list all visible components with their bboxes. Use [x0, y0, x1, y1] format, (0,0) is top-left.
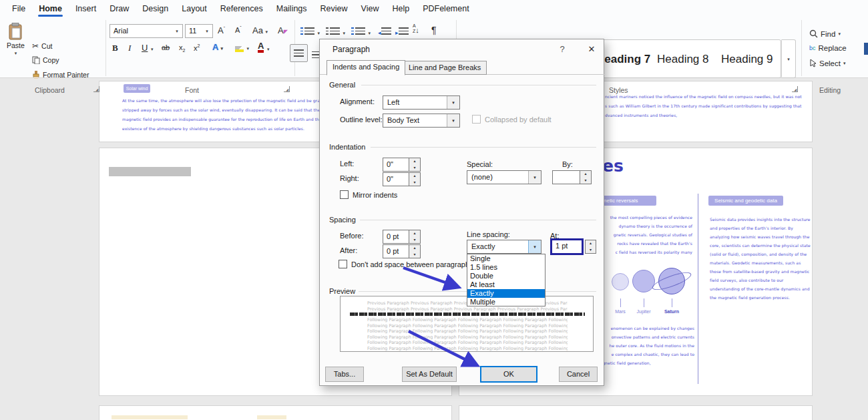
font-family-combobox[interactable]: Arial ▾ — [110, 24, 183, 38]
italic-button[interactable]: I — [128, 43, 131, 53]
find-button[interactable]: Find ▾ — [809, 29, 841, 38]
pilcrow-button[interactable]: ¶ — [431, 25, 437, 35]
grow-font-button[interactable]: Aˆ — [218, 25, 225, 35]
text-effects-button[interactable]: A ▾ — [212, 42, 223, 52]
cut-button[interactable]: ✂ Cut — [32, 41, 52, 51]
line-spacing-select[interactable]: Exactly ▾ — [467, 240, 541, 254]
close-icon[interactable]: ✕ — [582, 42, 602, 57]
paste-button[interactable]: Paste ▾ — [7, 23, 25, 56]
menu-draw[interactable]: Draw — [103, 1, 136, 16]
tab-line-and-page-breaks[interactable]: Line and Page Breaks — [403, 61, 487, 75]
mirror-indents-checkbox[interactable] — [340, 190, 349, 199]
styles-dialog-launcher-icon[interactable] — [792, 86, 798, 92]
numbered-list-button[interactable]: ▾ — [326, 25, 345, 37]
menu-help[interactable]: Help — [385, 1, 416, 16]
subscript-button[interactable]: x2 — [179, 43, 185, 53]
before-field[interactable]: 0 pt — [383, 230, 409, 244]
change-case-button[interactable]: Aa ▾ — [252, 25, 268, 35]
indent-right-field[interactable]: 0" — [383, 172, 409, 186]
menu-design[interactable]: Design — [136, 1, 175, 16]
by-field[interactable] — [552, 170, 580, 184]
spin-down-icon[interactable]: ▾ — [409, 252, 420, 258]
style-heading7[interactable]: Heading 7 — [596, 53, 650, 66]
menu-file[interactable]: File — [5, 1, 32, 16]
before-spinner[interactable]: ▴▾ — [409, 230, 421, 244]
menu-home[interactable]: Home — [32, 1, 69, 16]
option-single[interactable]: Single — [467, 254, 545, 263]
clipboard-dialog-launcher-icon[interactable] — [93, 86, 99, 92]
bullet-list-button[interactable]: ▾ — [300, 25, 320, 37]
option-15-lines[interactable]: 1.5 lines — [467, 263, 545, 272]
sort-button[interactable]: AZ↓ — [413, 23, 419, 33]
spin-down-icon[interactable]: ▾ — [409, 165, 420, 172]
spin-down-icon[interactable]: ▾ — [409, 237, 420, 244]
tab-indents-and-spacing[interactable]: Indents and Spacing — [327, 60, 405, 75]
styles-gallery-more-button[interactable]: ▾ — [781, 39, 796, 78]
spin-up-icon[interactable]: ▴ — [409, 173, 420, 180]
menu-references[interactable]: References — [214, 1, 270, 16]
ok-button[interactable]: OK — [480, 366, 537, 383]
indent-right-spinner[interactable]: ▴▾ — [409, 172, 421, 186]
chevron-down-icon[interactable]: ▾ — [202, 25, 212, 37]
menu-view[interactable]: View — [355, 1, 386, 16]
indent-left-spinner[interactable]: ▴▾ — [409, 158, 421, 172]
at-field[interactable]: 1 pt — [550, 238, 584, 255]
spin-down-icon[interactable]: ▾ — [580, 178, 591, 184]
menu-mailings[interactable]: Mailings — [270, 1, 314, 16]
spin-down-icon[interactable]: ▾ — [586, 247, 596, 254]
spin-up-icon[interactable]: ▴ — [409, 245, 420, 252]
strikethrough-button[interactable]: ab — [162, 43, 170, 51]
outline-level-select[interactable]: Body Text ▾ — [383, 114, 460, 128]
spin-up-icon[interactable]: ▴ — [409, 158, 420, 165]
font-size-combobox[interactable]: 11 ▾ — [185, 24, 213, 38]
spin-up-icon[interactable]: ▴ — [409, 230, 420, 237]
spin-down-icon[interactable]: ▾ — [409, 180, 420, 186]
bold-button[interactable]: B — [112, 43, 118, 53]
chevron-down-icon[interactable]: ▾ — [172, 25, 182, 37]
decrease-indent-button[interactable]: ◂ — [378, 25, 391, 37]
option-at-least[interactable]: At least — [467, 280, 545, 289]
after-spinner[interactable]: ▴▾ — [409, 244, 421, 258]
chevron-down-icon[interactable]: ▾ — [267, 47, 270, 52]
font-dialog-launcher-icon[interactable] — [284, 86, 290, 92]
indent-left-field[interactable]: 0" — [383, 158, 409, 172]
chevron-down-icon[interactable]: ▾ — [528, 171, 541, 184]
alignment-select[interactable]: Left ▾ — [383, 95, 460, 110]
after-field[interactable]: 0 pt — [383, 244, 409, 258]
chevron-down-icon[interactable]: ▾ — [447, 96, 459, 109]
multilevel-list-button[interactable]: ▾ — [351, 25, 371, 37]
style-heading8[interactable]: Heading 8 — [657, 53, 709, 66]
underline-button[interactable]: U — [142, 43, 148, 53]
help-icon[interactable]: ? — [555, 44, 570, 56]
menu-layout[interactable]: Layout — [175, 1, 214, 16]
chevron-down-icon[interactable]: ▾ — [151, 47, 154, 52]
menu-pdfelement[interactable]: PDFelement — [416, 1, 475, 16]
tabs-button[interactable]: Tabs... — [325, 367, 364, 382]
highlight-button[interactable]: ▾ — [235, 43, 249, 55]
dont-add-space-checkbox[interactable] — [339, 260, 347, 268]
superscript-button[interactable]: x2 — [194, 43, 200, 52]
doc-page-3-left[interactable] — [99, 405, 452, 420]
cancel-button[interactable]: Cancel — [559, 367, 598, 382]
increase-indent-button[interactable]: ▸ — [395, 25, 409, 37]
align-left-button[interactable] — [290, 44, 308, 62]
set-as-default-button[interactable]: Set As Default — [402, 367, 457, 382]
format-painter-button[interactable]: Format Painter — [32, 71, 89, 79]
doc-page-3-right[interactable] — [459, 405, 813, 420]
chevron-down-icon[interactable]: ▾ — [528, 240, 541, 253]
by-spinner[interactable]: ▴▾ — [580, 170, 592, 184]
menu-insert[interactable]: Insert — [69, 1, 103, 16]
select-button[interactable]: Select ▾ — [809, 59, 845, 67]
at-spinner[interactable]: ▴▾ — [585, 240, 596, 254]
option-multiple[interactable]: Multiple — [467, 298, 545, 306]
copy-button[interactable]: Copy — [32, 56, 59, 64]
style-heading9[interactable]: Heading 9 — [721, 53, 773, 66]
spin-up-icon[interactable]: ▴ — [586, 240, 596, 247]
option-exactly[interactable]: Exactly — [467, 289, 545, 298]
chevron-down-icon[interactable]: ▾ — [447, 114, 459, 127]
spin-up-icon[interactable]: ▴ — [580, 171, 591, 178]
option-double[interactable]: Double — [467, 272, 545, 280]
special-select[interactable]: (none) ▾ — [467, 170, 541, 184]
font-color-button[interactable]: A — [258, 42, 264, 53]
menu-review[interactable]: Review — [314, 1, 355, 16]
